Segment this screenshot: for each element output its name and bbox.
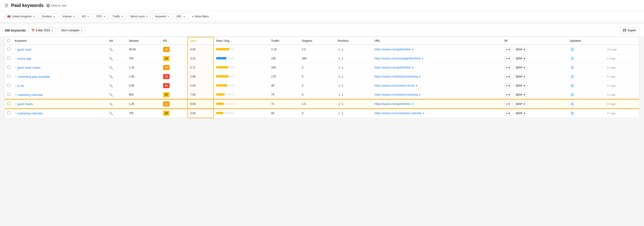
add-icon[interactable]: + [15,112,16,115]
help-icon: ? [46,4,50,8]
url-dropdown-icon[interactable]: ▼ [422,112,425,115]
keyword-link[interactable]: marketing calendar [17,93,43,97]
action-button[interactable]: ≡ ▼ [504,83,512,88]
url-dropdown-icon[interactable]: ▼ [418,94,421,96]
row-checkbox-cell[interactable] [5,54,12,63]
row-checkbox-cell[interactable] [5,90,12,100]
row-checkbox[interactable] [7,102,10,105]
how-to-use-button[interactable]: ? How to use [46,4,66,8]
ad-cell: 🔍 [107,90,126,100]
serp-button[interactable]: SERP ▼ [514,65,527,70]
traffic-filter[interactable]: Traffic ▼ [110,14,126,20]
action-button[interactable]: ≡ ▼ [504,102,512,106]
row-checkbox[interactable] [7,48,10,51]
hamburger-icon[interactable]: ☰ [5,3,8,8]
add-icon[interactable]: + [15,93,16,97]
row-checkbox[interactable] [7,93,10,96]
serp-button[interactable]: SERP ▼ [514,56,527,61]
paid-org-cell [214,63,269,72]
add-icon[interactable]: + [15,84,16,88]
serp-button[interactable]: SERP ▼ [514,102,527,106]
serp-button[interactable]: SERP ▼ [514,74,527,79]
row-checkbox[interactable] [7,57,10,60]
kd-filter[interactable]: KD ▼ [80,14,92,20]
volume-cell: 9.9K [126,81,161,90]
url-dropdown-icon[interactable]: ▼ [415,84,418,87]
action-button[interactable]: ≡ ▼ [504,74,512,79]
row-checkbox[interactable] [7,84,10,87]
serp-button[interactable]: SERP ▼ [514,111,527,116]
traffic-column-header: Traffic [269,37,300,45]
keyword-link[interactable]: marketing plan template [18,75,50,78]
row-checkbox-cell[interactable] [5,45,12,54]
keyword-link[interactable]: to do [17,84,24,88]
volume-cell: 1.1K [126,63,161,72]
url-dropdown-icon[interactable]: ▼ [412,66,414,69]
export-icon: 💾 [623,29,626,32]
url-link[interactable]: https://asana.com/go/timeline [374,48,411,51]
keyword-link[interactable]: asana app [17,57,31,60]
url-link[interactable]: https://asana.com/go/timeline [374,102,411,106]
search-icon[interactable]: 🔍 [109,93,113,97]
serp-button[interactable]: SERP ▼ [514,47,527,52]
url-link[interactable]: https://asana.com/campaign/fac/think [374,57,420,60]
volume-cell: 700 [126,54,161,63]
url-filter[interactable]: URL ▼ [174,14,188,20]
select-all-checkbox[interactable] [7,39,10,42]
country-filter[interactable]: 🇬🇧 United Kingdom ▼ [5,14,38,20]
cpc-filter[interactable]: CPC ▼ [94,14,108,20]
action-button[interactable]: ≡ ▼ [504,92,512,97]
row-checkbox[interactable] [7,75,10,78]
more-filters-button[interactable]: + More filters [190,14,211,20]
url-link[interactable]: https://asana.com/uses/team-calendar [374,112,422,115]
check-icon: ✓ [15,75,17,78]
table-row: + gantt chart maker 🔍 1.1K 59 5.71 186 0… [5,63,639,72]
row-checkbox-cell[interactable] [5,109,12,118]
action-button[interactable]: ≡ ▼ [504,56,512,61]
search-icon[interactable]: 🔍 [109,48,113,51]
word-count-filter[interactable]: Word count ▼ [128,14,150,20]
date-button[interactable]: 📅 6 Mar 2023 ▼ [29,27,56,34]
position-filter[interactable]: Position ▼ [40,14,58,20]
action-button[interactable]: ≡ ▼ [504,111,512,116]
volume-filter[interactable]: Volume ▼ [60,14,78,20]
row-checkbox[interactable] [7,66,10,69]
add-icon[interactable]: + [15,103,16,106]
url-link[interactable]: https://asana.com/teams/marketing [374,93,418,96]
page-title: Paid keywords [11,3,44,8]
keyword-link[interactable]: gantt chart [17,48,31,51]
row-checkbox[interactable] [7,111,10,114]
export-button[interactable]: 💾 Export [620,27,639,34]
url-dropdown-icon[interactable]: ▼ [412,48,414,51]
url-dropdown-icon[interactable]: ▼ [421,57,424,60]
url-dropdown-icon[interactable]: ▼ [412,103,414,105]
compare-button[interactable]: Don't compare ▼ [58,27,85,34]
calendar-icon: 📅 [31,29,35,32]
keyword-link[interactable]: gantt charts [17,102,33,106]
keyword-filter[interactable]: Keyword ▼ [152,14,172,20]
action-button[interactable]: ≡ ▼ [504,65,512,70]
search-icon[interactable]: 🔍 [109,57,113,60]
serp-button[interactable]: SERP ▼ [514,83,527,88]
url-link[interactable]: https://asana.com/teams/marketing [374,75,418,78]
action-button[interactable]: ≡ ▼ [504,47,512,52]
search-icon[interactable]: 🔍 [109,102,113,106]
search-icon[interactable]: 🔍 [109,75,113,78]
url-link[interactable]: https://asana.com/uses/to-do-list [374,84,415,87]
add-icon[interactable]: + [15,66,16,69]
position-icon: 🖥 [338,93,341,97]
search-icon[interactable]: 🔍 [109,84,113,88]
url-link[interactable]: https://asana.com/go/timeline [374,66,411,69]
search-icon[interactable]: 🔍 [109,112,113,115]
serp-button[interactable]: SERP ▼ [514,92,527,97]
search-icon[interactable]: 🔍 [109,66,113,69]
add-icon[interactable]: + [15,57,16,60]
url-dropdown-icon[interactable]: ▼ [418,75,421,78]
row-checkbox-cell[interactable] [5,72,12,81]
keyword-link[interactable]: gantt chart maker [17,66,40,69]
row-checkbox-cell[interactable] [5,81,12,90]
row-checkbox-cell[interactable] [5,99,12,109]
row-checkbox-cell[interactable] [5,63,12,72]
add-icon[interactable]: + [15,48,16,51]
keyword-link[interactable]: marketing calender [17,112,43,115]
